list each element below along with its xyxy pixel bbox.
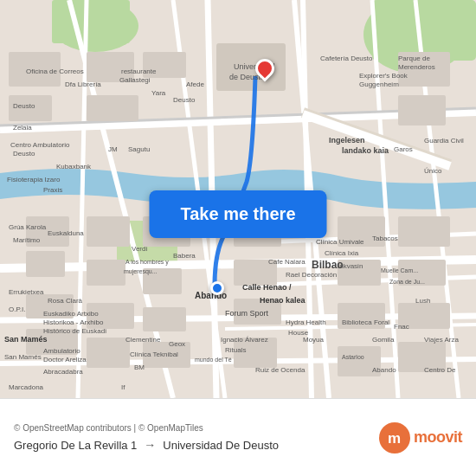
svg-text:Ingelesen: Ingelesen xyxy=(329,136,365,145)
route-arrow-icon: → xyxy=(144,438,156,452)
svg-text:mujeresqu...: mujeresqu... xyxy=(124,268,158,275)
svg-text:Guardia Civil: Guardia Civil xyxy=(424,137,464,145)
svg-text:Gallastegi: Gallastegi xyxy=(119,76,151,84)
origin-pin xyxy=(210,281,224,295)
svg-text:Euskalduna: Euskalduna xyxy=(48,229,84,237)
svg-text:Merenderos: Merenderos xyxy=(398,63,435,71)
svg-text:Rosa Clarà: Rosa Clarà xyxy=(48,297,83,305)
svg-text:Guggenheim: Guggenheim xyxy=(359,80,399,88)
svg-text:Calle Henao /: Calle Henao / xyxy=(242,283,292,292)
svg-text:Histórico de Euskadi: Histórico de Euskadi xyxy=(43,327,106,335)
svg-text:Euskadiko Artxibo: Euskadiko Artxibo xyxy=(43,310,99,318)
take-me-there-button[interactable]: Take me there xyxy=(149,190,326,238)
map-container: Universidad de Deusto Deusto Oficina de … xyxy=(0,0,476,398)
svg-text:JM: JM xyxy=(108,145,118,153)
svg-text:Fisioterapia Izaro: Fisioterapia Izaro xyxy=(7,176,61,183)
svg-text:O.P.I.: O.P.I. xyxy=(9,306,25,313)
svg-text:Kubaxbank: Kubaxbank xyxy=(56,163,92,170)
route-info: Gregorio De La Revilla 1 → Universidad D… xyxy=(14,438,379,452)
svg-text:Biblioteca Foral: Biblioteca Foral xyxy=(342,318,389,326)
svg-text:Marítimo: Marítimo xyxy=(13,236,41,244)
svg-text:A los hombres y: A los hombres y xyxy=(125,259,169,266)
svg-text:Ignacio Álvarez: Ignacio Álvarez xyxy=(221,336,268,344)
svg-text:San Mamés: San Mamés xyxy=(4,353,42,361)
svg-text:Errukietxea: Errukietxea xyxy=(9,288,44,296)
svg-text:Oficina de Correos: Oficina de Correos xyxy=(26,68,84,75)
svg-text:Yara: Yara xyxy=(151,89,166,97)
svg-text:Sagutu: Sagutu xyxy=(128,145,150,153)
svg-text:Dfa  Librería: Dfa Librería xyxy=(65,80,101,88)
svg-text:Grúa Karola: Grúa Karola xyxy=(9,223,47,231)
svg-text:Marcadona: Marcadona xyxy=(9,383,44,391)
svg-text:Explorer's Book: Explorer's Book xyxy=(359,72,408,80)
svg-text:Moyua: Moyua xyxy=(303,336,325,344)
svg-rect-51 xyxy=(398,216,450,247)
svg-text:Abando: Abando xyxy=(372,366,396,374)
svg-text:Clementine: Clementine xyxy=(125,336,161,344)
svg-rect-33 xyxy=(87,216,130,247)
svg-text:Centro Ambulatorio: Centro Ambulatorio xyxy=(10,141,70,149)
svg-text:Geox: Geox xyxy=(169,340,185,348)
svg-text:Clínica Umivale: Clínica Umivale xyxy=(316,238,364,246)
moovit-label: moovit xyxy=(414,428,462,447)
svg-text:Rael Decoración: Rael Decoración xyxy=(286,271,337,279)
svg-text:Verdi: Verdi xyxy=(132,245,147,253)
route-info-container: © OpenStreetMap contributors | © OpenMap… xyxy=(14,423,379,452)
svg-text:Zelaia: Zelaia xyxy=(13,124,32,132)
svg-rect-36 xyxy=(87,338,130,368)
svg-text:Astarloo: Astarloo xyxy=(342,354,364,360)
svg-text:Garos: Garos xyxy=(394,145,413,153)
svg-text:Henao kalea: Henao kalea xyxy=(260,296,306,305)
svg-text:Centro De: Centro De xyxy=(424,366,456,374)
svg-text:Único: Único xyxy=(424,167,442,175)
svg-text:If: If xyxy=(121,383,125,391)
moovit-logo: m moovit xyxy=(379,422,462,453)
svg-text:Praxis: Praxis xyxy=(43,186,62,194)
copyright-text: © OpenStreetMap contributors | © OpenMap… xyxy=(14,423,379,433)
svg-rect-4 xyxy=(52,0,130,43)
svg-text:Babera: Babera xyxy=(173,252,196,260)
svg-rect-2 xyxy=(372,0,476,61)
svg-text:BM: BM xyxy=(134,363,145,371)
bottom-bar: © OpenStreetMap contributors | © OpenMap… xyxy=(0,398,476,476)
svg-text:Historikoa - Arxhibo: Historikoa - Arxhibo xyxy=(43,318,104,326)
svg-text:mundo del Té: mundo del Té xyxy=(195,357,232,363)
svg-text:Rituals: Rituals xyxy=(225,346,246,354)
svg-text:Cafe Nalara: Cafe Nalara xyxy=(268,258,306,266)
svg-text:Bilbao: Bilbao xyxy=(312,259,344,271)
svg-text:Parque de: Parque de xyxy=(398,55,430,62)
route-to: Universidad De Deusto xyxy=(163,439,279,452)
moovit-icon: m xyxy=(379,422,410,453)
svg-text:Muelle Cam...: Muelle Cam... xyxy=(381,267,418,273)
svg-text:Clínica Ixia: Clínica Ixia xyxy=(325,249,359,257)
svg-text:Deusto: Deusto xyxy=(173,96,196,104)
svg-text:Hydra Health: Hydra Health xyxy=(286,318,326,326)
svg-text:San Mamés: San Mamés xyxy=(4,335,48,344)
svg-text:Abracadabra: Abracadabra xyxy=(43,368,83,376)
svg-text:Doctor Areliza: Doctor Areliza xyxy=(43,356,87,363)
svg-rect-32 xyxy=(87,95,138,121)
svg-text:Fnac: Fnac xyxy=(394,323,409,331)
svg-text:landako kaia: landako kaia xyxy=(342,146,389,155)
svg-text:Deusto: Deusto xyxy=(13,150,35,158)
svg-text:Clínica Teknibal: Clínica Teknibal xyxy=(130,351,178,358)
svg-text:Deusto: Deusto xyxy=(13,102,35,110)
svg-text:Ruiz de Ocenda: Ruiz de Ocenda xyxy=(255,366,306,374)
svg-rect-34 xyxy=(87,260,125,286)
svg-rect-39 xyxy=(143,307,186,331)
svg-text:Gomila: Gomila xyxy=(372,336,395,344)
svg-text:Tabacos: Tabacos xyxy=(372,235,398,242)
svg-text:Zona de Ju...: Zona de Ju... xyxy=(389,279,425,285)
svg-text:m: m xyxy=(388,430,401,447)
svg-text:Cafetería Deusto: Cafetería Deusto xyxy=(320,55,373,62)
svg-rect-50 xyxy=(398,95,446,125)
svg-text:Viajes Arza: Viajes Arza xyxy=(424,336,459,344)
svg-text:Ambulatorio: Ambulatorio xyxy=(43,347,80,355)
destination-pin xyxy=(255,59,274,78)
route-from: Gregorio De La Revilla 1 xyxy=(14,439,137,452)
svg-text:Lush: Lush xyxy=(415,297,430,305)
svg-text:restaurante: restaurante xyxy=(121,68,157,75)
svg-text:Afede: Afede xyxy=(186,80,204,88)
svg-rect-27 xyxy=(26,251,65,277)
svg-text:Forum Sport: Forum Sport xyxy=(225,309,269,318)
